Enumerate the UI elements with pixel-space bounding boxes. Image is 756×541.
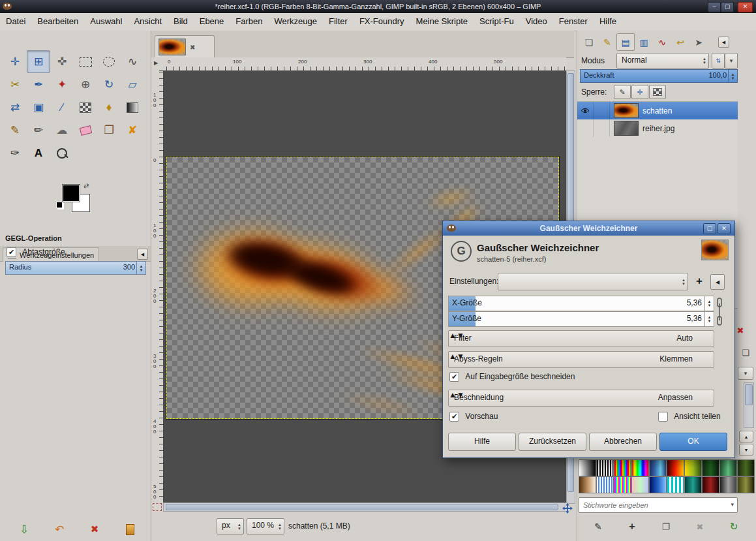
flip-tool[interactable]: ⇄ — [3, 96, 27, 119]
paintbrush-tool[interactable]: ✎ — [3, 119, 27, 142]
split-view-checkbox-row[interactable]: Ansicht teilen — [658, 412, 721, 422]
x-size-slider[interactable]: X-Größe 5,36 ▲▼ — [448, 296, 714, 311]
layer-row[interactable]: schatten — [577, 102, 738, 119]
paths-tab-tab[interactable]: ∿ — [653, 33, 671, 51]
images-tab-tab[interactable]: ❏ — [580, 33, 598, 51]
delete-gradient-button[interactable]: ✖ — [692, 519, 708, 534]
clip-checkbox-row[interactable]: ✔ Auf Eingabegröße beschneiden — [449, 372, 575, 382]
preview-checkbox-row[interactable]: ✔ Vorschau — [449, 412, 498, 422]
tag-search-arrow-icon[interactable]: ▾ — [731, 501, 734, 508]
duplicate-gradient-button[interactable]: ❐ — [658, 519, 674, 534]
x-size-spinner[interactable]: ▲▼ — [704, 296, 714, 311]
restore-preset-button[interactable]: ↶ — [51, 521, 68, 538]
strip-close-button[interactable]: ✖ — [734, 324, 746, 336]
gradient-swatch[interactable] — [719, 476, 737, 493]
paths-tool[interactable]: ✒ — [27, 73, 50, 96]
maximize-button[interactable]: ▢ — [721, 2, 734, 12]
dialog-close-button[interactable]: ✕ — [718, 223, 731, 234]
gradient-swatch[interactable] — [649, 476, 667, 493]
menu-filter[interactable]: Filter — [323, 13, 354, 30]
zoom-spinner[interactable]: 100 % ▲▼ — [247, 518, 284, 534]
menu-bearbeiten[interactable]: Bearbeiten — [31, 13, 84, 30]
pattern-fill-tool[interactable] — [74, 96, 97, 119]
horizontal-ruler[interactable]: 0100200300400500 — [163, 57, 566, 71]
move-tool[interactable]: ✛ — [3, 50, 27, 73]
foreground-color-swatch[interactable] — [62, 184, 80, 202]
gradient-swatch[interactable] — [667, 476, 684, 493]
lock-alpha-button[interactable] — [649, 85, 666, 99]
gradient-swatch[interactable] — [737, 476, 755, 493]
gradient-swatch[interactable] — [614, 459, 631, 476]
perspective-tool[interactable]: ▱ — [121, 73, 144, 96]
gradient-swatch[interactable] — [719, 459, 737, 476]
dock-collapse-button[interactable]: ◀ — [137, 249, 148, 260]
menu-fx-foundry[interactable]: FX-Foundry — [354, 13, 410, 30]
shear-tool[interactable]: ∕ — [50, 96, 74, 119]
layers-tab-tab[interactable]: ▤ — [616, 33, 635, 51]
opacity-spinner[interactable]: ▲▼ — [728, 70, 737, 82]
menu-meine-skripte[interactable]: Meine Skripte — [410, 13, 474, 30]
color-picker-tool[interactable]: ✦ — [50, 73, 74, 96]
crop-tool[interactable]: ✜ — [50, 50, 74, 73]
gradient-swatch[interactable] — [596, 459, 614, 476]
refresh-gradients-button[interactable]: ↻ — [726, 519, 742, 534]
gradient-swatch[interactable] — [684, 459, 702, 476]
dock-config-button[interactable]: ◀ — [718, 37, 729, 48]
layer-visibility-toggle[interactable] — [577, 102, 594, 119]
strip-scrollbar[interactable] — [744, 382, 754, 428]
gradient-swatch[interactable] — [596, 476, 614, 493]
free-select-tool[interactable]: ∿ — [121, 50, 144, 73]
strip-scrollbar-thumb[interactable] — [745, 384, 753, 405]
filter-select[interactable]: Filter Auto ▲▼ — [448, 330, 714, 347]
y-size-spinner[interactable]: ▲▼ — [704, 312, 714, 326]
handle-transform-tool[interactable]: ▣ — [27, 96, 50, 119]
save-preset-button[interactable]: ⇩ — [16, 521, 33, 538]
radius-spinner[interactable]: ▲▼ — [136, 262, 145, 274]
clipping-select[interactable]: Beschneidung Anpassen ▲▼ — [448, 390, 714, 407]
clip-checkbox[interactable]: ✔ — [449, 372, 459, 382]
vertical-ruler[interactable]: 1000100200300400500 — [151, 70, 164, 502]
rectangle-select-tool[interactable] — [74, 50, 97, 73]
gradient-swatch[interactable] — [702, 459, 719, 476]
reset-preset-button[interactable] — [121, 521, 138, 538]
gradient-swatch[interactable] — [579, 459, 596, 476]
menu-video[interactable]: Video — [520, 13, 553, 30]
gradient-swatch[interactable] — [684, 476, 702, 493]
canvas-menu-button[interactable]: ▶ — [154, 60, 158, 66]
quickmask-button[interactable] — [153, 503, 162, 511]
measure-tool[interactable]: ⊕ — [74, 73, 97, 96]
text-tool[interactable]: A — [27, 142, 50, 164]
abyss-select[interactable]: Abyss-Regeln Klemmen ▲▼ — [448, 351, 714, 368]
preview-checkbox[interactable]: ✔ — [449, 412, 459, 422]
pointer-tab-tab[interactable]: ➤ — [689, 33, 708, 51]
zoom-tool[interactable] — [50, 142, 74, 164]
mode-switch-button[interactable]: ⇅ — [712, 53, 725, 69]
zur-cksetzen-button[interactable]: Zurücksetzen — [519, 433, 586, 451]
gradient-tool[interactable] — [121, 96, 144, 119]
ok-button[interactable]: OK — [659, 433, 727, 451]
lock-position-button[interactable]: ✛ — [631, 85, 648, 99]
menu-bild[interactable]: Bild — [168, 13, 194, 30]
gradient-swatch[interactable] — [737, 459, 755, 476]
edit-gradient-button[interactable]: ✎ — [590, 519, 606, 534]
eraser-tool[interactable] — [74, 119, 97, 142]
default-colors-icon[interactable] — [56, 202, 63, 208]
ellipse-select-tool[interactable] — [97, 50, 121, 73]
brushes-tab-tab[interactable]: ✎ — [598, 33, 616, 51]
tag-search-input[interactable] — [579, 497, 738, 513]
menu-ansicht[interactable]: Ansicht — [128, 13, 168, 30]
image-tab-close-icon[interactable]: ✖ — [190, 44, 195, 51]
minimize-button[interactable]: – — [708, 2, 721, 12]
layer-link-cell[interactable] — [594, 102, 610, 119]
sample-size-checkbox[interactable]: ✔ — [7, 247, 16, 257]
close-button[interactable]: ✕ — [738, 2, 753, 12]
unit-select[interactable]: px ▲▼ — [217, 518, 244, 534]
settings-select[interactable]: ▲▼ — [498, 273, 688, 290]
gradient-swatch[interactable] — [579, 476, 596, 493]
new-gradient-button[interactable]: + — [624, 519, 640, 534]
settings-add-button[interactable]: + — [692, 273, 706, 289]
delete-preset-button[interactable]: ✖ — [86, 521, 103, 538]
strip-menu-button[interactable]: ▾ — [738, 367, 753, 380]
scissors-select-tool[interactable]: ✂ — [3, 73, 27, 96]
navigation-button[interactable] — [562, 502, 573, 514]
